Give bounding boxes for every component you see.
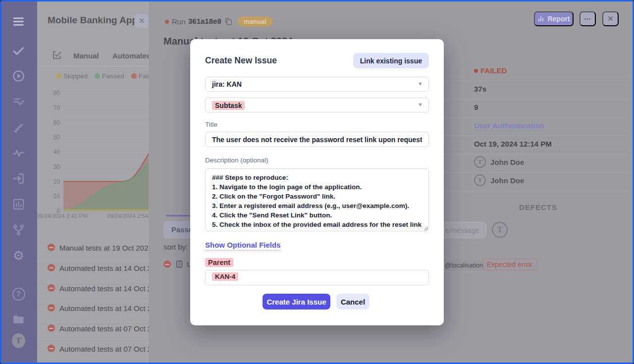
failed-dot-icon — [474, 69, 478, 73]
skipped-dot-icon — [56, 73, 61, 79]
checkbox-check-icon — [52, 50, 62, 60]
avatar: T — [492, 222, 508, 238]
issue-type-select[interactable]: Subtask ▼ — [205, 98, 429, 112]
run-list-item[interactable]: Automated tests at 07 Oct 2024 — [37, 322, 149, 342]
parent-label: Parent — [205, 259, 233, 266]
run-list-item[interactable]: Automated tests at 14 Oct 2024 — [37, 262, 149, 282]
svg-text:50: 50 — [53, 134, 60, 141]
legend-skipped: Skipped — [56, 72, 88, 80]
detail-separator — [445, 81, 628, 81]
tab-manual[interactable]: Manual — [73, 52, 99, 60]
failed-dot-icon — [131, 73, 137, 79]
issue-title-input[interactable] — [205, 132, 429, 147]
detail-separator — [445, 117, 628, 118]
failed-run-icon — [48, 345, 55, 352]
parent-value-chip: KAN-4 — [212, 272, 238, 281]
detail-tests-count: 9 — [474, 103, 478, 111]
create-new-issue-modal: Create New Issue Link existing issue jir… — [190, 39, 444, 325]
tag-expected-error[interactable]: Expected error — [482, 259, 537, 270]
run-list-item[interactable]: Manual tests at 19 Oct 2024 — [37, 242, 149, 261]
copy-icon[interactable] — [224, 17, 233, 26]
tabs-divider — [37, 66, 149, 66]
modal-title: Create New Issue — [205, 55, 277, 66]
detail-status: FAILED — [474, 66, 507, 75]
tag-localisation[interactable]: @localisation — [440, 260, 488, 270]
more-options-button[interactable]: ••• — [580, 11, 596, 26]
settings-gear-icon[interactable]: ⚙ — [12, 249, 25, 262]
help-icon[interactable]: ? — [12, 287, 25, 301]
run-list-item[interactable]: Automated tests at 07 Oct 2024 — [37, 343, 149, 363]
svg-text:20: 20 — [53, 178, 60, 185]
test-trend-chart: 0102030405060708009/24/2024 2:41 PM09/24… — [37, 87, 149, 221]
detail-separator — [445, 191, 628, 191]
project-panel: Mobile Banking App ✕ Manual Automated Sk… — [37, 0, 149, 364]
detail-suite-link[interactable]: User Authentication — [474, 121, 544, 130]
cancel-button[interactable]: Cancel — [336, 294, 370, 310]
create-jira-issue-button[interactable]: Create Jira Issue — [263, 294, 330, 310]
branch-icon[interactable] — [12, 223, 25, 237]
svg-text:10: 10 — [53, 193, 60, 200]
app-window: ⚙ ? T Mobile Banking App ✕ Manual Automa… — [0, 0, 634, 364]
description-label: Description (optional) — [205, 156, 268, 164]
failed-run-icon — [48, 284, 55, 292]
project-title: Mobile Banking App — [48, 15, 138, 26]
milestones-stairs-icon[interactable] — [12, 121, 25, 134]
projects-folder-icon[interactable] — [12, 312, 25, 326]
report-button[interactable]: Report — [534, 11, 574, 26]
clipboard-icon — [175, 260, 184, 268]
chevron-down-icon: ▼ — [418, 81, 423, 87]
project-select[interactable]: jira: KAN ▼ — [205, 77, 429, 92]
run-status-dot — [165, 20, 169, 24]
run-list-item[interactable]: Automated tests at 14 Oct 2024 — [37, 282, 149, 302]
chevron-down-icon: ▼ — [418, 102, 423, 107]
run-type-badge: manual — [238, 16, 272, 27]
tab-automated[interactable]: Automated — [112, 52, 149, 60]
defects-heading: DEFECTS — [519, 203, 557, 211]
tests-check-icon[interactable] — [12, 44, 25, 57]
failed-test-icon — [163, 260, 171, 268]
detail-separator — [445, 136, 628, 136]
avatar: T — [474, 156, 486, 168]
detail-separator — [445, 172, 628, 173]
detail-date: Oct 19, 2024 12:14 PM — [474, 140, 552, 148]
reports-bar-chart-icon[interactable] — [12, 198, 25, 211]
legend-failed: Failed — [131, 72, 149, 80]
legend-passed: Passed — [95, 72, 124, 80]
svg-text:40: 40 — [53, 149, 60, 156]
parent-input[interactable] — [205, 270, 429, 285]
svg-text:30: 30 — [53, 163, 60, 170]
detail-separator — [445, 99, 628, 100]
detail-created-by: TJohn Doe — [474, 156, 524, 168]
report-bar-chart-icon — [537, 15, 544, 22]
detail-assignee: TJohn Doe — [474, 174, 524, 186]
plans-list-check-icon[interactable] — [12, 95, 25, 108]
run-close-button[interactable]: ✕ — [602, 11, 619, 26]
sidebar: ⚙ ? T — [0, 0, 37, 364]
svg-text:70: 70 — [53, 104, 60, 111]
run-label: Run — [172, 17, 186, 26]
runs-play-icon[interactable] — [12, 69, 25, 83]
import-icon[interactable] — [12, 172, 25, 185]
run-id: 361a18e8 — [188, 17, 221, 25]
failed-run-icon — [48, 244, 55, 251]
project-close-button[interactable]: ✕ — [135, 14, 149, 28]
detail-duration: 37s — [474, 85, 486, 93]
svg-text:60: 60 — [53, 119, 60, 126]
title-label: Title — [205, 121, 217, 128]
show-optional-fields-link[interactable]: Show Optional Fields — [205, 241, 281, 251]
chart-legend: Skipped Passed Failed — [56, 72, 149, 80]
detail-separator — [445, 154, 628, 155]
failed-run-icon — [48, 304, 55, 312]
analytics-pulse-icon[interactable] — [12, 147, 25, 160]
link-existing-issue-button[interactable]: Link existing issue — [353, 53, 429, 68]
svg-text:80: 80 — [53, 90, 60, 97]
run-list-item[interactable]: Automated tests at 14 Oct 2024 — [37, 302, 149, 322]
description-textarea[interactable]: ### Steps to reproduce: 1. Navigate to t… — [205, 168, 429, 231]
svg-text:09/24/2024 2:41 PM: 09/24/2024 2:41 PM — [37, 213, 88, 219]
svg-text:09/24/2024 2:54 PM: 09/24/2024 2:54 PM — [107, 213, 149, 219]
menu-icon[interactable] — [12, 15, 25, 28]
failed-run-icon — [48, 264, 55, 271]
profile-logo-icon[interactable]: T — [12, 334, 25, 347]
failed-run-icon — [48, 324, 55, 332]
avatar: T — [474, 174, 486, 186]
